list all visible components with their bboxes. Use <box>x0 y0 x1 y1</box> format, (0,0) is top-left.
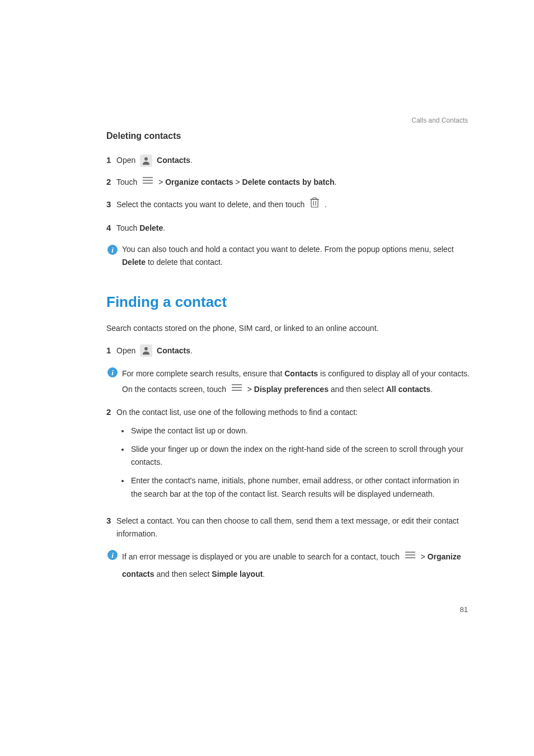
step3-text: Select a contact. You can then choose to… <box>116 516 459 538</box>
organize-contacts-label: Organize contacts <box>165 178 233 186</box>
note-body: If an error message is displayed or you … <box>122 548 470 583</box>
step-body: Select the contacts you want to delete, … <box>116 197 470 213</box>
period: . <box>163 223 165 232</box>
step-body: Open Contacts. <box>116 154 470 167</box>
deleting-steps: 1 Open Contacts. 2 Touch > Organize cont… <box>106 153 470 269</box>
contacts-label: Contacts <box>157 156 190 165</box>
display-preferences-label: Display preferences <box>254 385 329 394</box>
section-label: Calls and Contacts <box>411 115 468 127</box>
text-touch: Touch <box>116 178 139 186</box>
period: . <box>335 178 337 186</box>
simple-layout-label: Simple layout <box>212 570 263 578</box>
text-open: Open <box>116 156 138 165</box>
contacts-label: Contacts <box>284 369 318 378</box>
step-body: Touch Delete. <box>116 222 470 235</box>
info-icon: i <box>106 244 119 259</box>
step2-text: On the contact list, use one of the foll… <box>116 408 358 417</box>
delete-label: Delete <box>139 223 163 232</box>
all-contacts-label: All contacts <box>386 385 430 394</box>
text-and: and then select <box>154 570 212 578</box>
finding-intro: Search contacts stored on the phone, SIM… <box>106 322 470 335</box>
deleting-heading: Deleting contacts <box>106 129 470 143</box>
period: . <box>190 156 193 165</box>
finding-steps: 1 Open Contacts. i For more complete sea… <box>106 344 470 583</box>
step-body: Touch > Organize contacts > Delete conta… <box>116 176 470 189</box>
text-touch: Touch <box>116 223 139 232</box>
list-item: Enter the contact's name, initials, phon… <box>130 474 470 500</box>
gt: > <box>158 178 165 186</box>
finding-note-1: i For more complete search results, ensu… <box>106 366 470 398</box>
note-text-pre: For more complete search results, ensure… <box>122 369 284 378</box>
step-number: 3 <box>106 198 116 212</box>
step-number: 2 <box>106 405 116 419</box>
note-text-pre: You can also touch and hold a contact yo… <box>122 245 454 254</box>
menu-icon <box>404 548 416 565</box>
note-body: For more complete search results, ensure… <box>122 366 470 398</box>
list-item: Swipe the contact list up or down. <box>130 424 470 437</box>
step-number: 3 <box>106 514 116 528</box>
menu-icon <box>231 381 243 396</box>
finding-heading: Finding a contact <box>106 290 470 314</box>
svg-text:i: i <box>111 246 114 254</box>
svg-rect-4 <box>311 199 318 207</box>
info-icon: i <box>106 367 119 382</box>
period: . <box>430 385 433 394</box>
finding-note-2: i If an error message is displayed or yo… <box>106 548 470 583</box>
step-body: Open Contacts. <box>116 344 470 357</box>
step-body: On the contact list, use one of the foll… <box>116 406 470 506</box>
svg-point-10 <box>144 347 148 351</box>
step-number: 2 <box>106 175 116 189</box>
svg-point-0 <box>144 157 148 161</box>
trash-icon <box>309 196 320 212</box>
deleting-step-1: 1 Open Contacts. <box>106 153 470 167</box>
text-open: Open <box>116 346 138 355</box>
finding-step-2: 2 On the contact list, use one of the fo… <box>106 405 470 506</box>
deleting-step-3: 3 Select the contacts you want to delete… <box>106 197 470 213</box>
note-body: You can also touch and hold a contact yo… <box>122 243 470 269</box>
note-text-pre: If an error message is displayed or you … <box>122 552 402 561</box>
svg-text:i: i <box>111 551 114 559</box>
delete-by-batch-label: Delete contacts by batch <box>242 178 335 186</box>
delete-label: Delete <box>122 258 146 267</box>
step-number: 1 <box>106 344 116 358</box>
info-icon: i <box>106 549 119 564</box>
finding-step-1: 1 Open Contacts. <box>106 344 470 358</box>
contacts-label: Contacts <box>157 346 190 355</box>
page-number: 81 <box>460 604 468 615</box>
gt: > <box>233 178 242 186</box>
deleting-step-2: 2 Touch > Organize contacts > Delete con… <box>106 175 470 189</box>
gt: > <box>247 385 254 394</box>
text-and: and then select <box>329 385 386 394</box>
gt: > <box>421 552 428 561</box>
svg-text:i: i <box>111 368 114 377</box>
contacts-person-icon <box>140 344 152 357</box>
deleting-step-4: 4 Touch Delete. <box>106 221 470 235</box>
list-item: Slide your finger up or down the index o… <box>130 443 470 469</box>
methods-list: Swipe the contact list up or down. Slide… <box>130 424 470 500</box>
period: . <box>263 570 265 578</box>
contacts-person-icon <box>140 155 152 167</box>
page: Calls and Contacts Deleting contacts 1 O… <box>0 0 534 756</box>
text-post: . <box>325 200 327 209</box>
text-pre: Select the contacts you want to delete, … <box>116 200 307 209</box>
deleting-note: i You can also touch and hold a contact … <box>106 243 470 269</box>
finding-step-3: 3 Select a contact. You can then choose … <box>106 514 470 540</box>
note-text-post: to delete that contact. <box>146 258 223 267</box>
step-number: 1 <box>106 153 116 167</box>
period: . <box>190 346 193 355</box>
step-number: 4 <box>106 221 116 235</box>
menu-icon <box>142 175 154 188</box>
step-body: Select a contact. You can then choose to… <box>116 515 470 540</box>
